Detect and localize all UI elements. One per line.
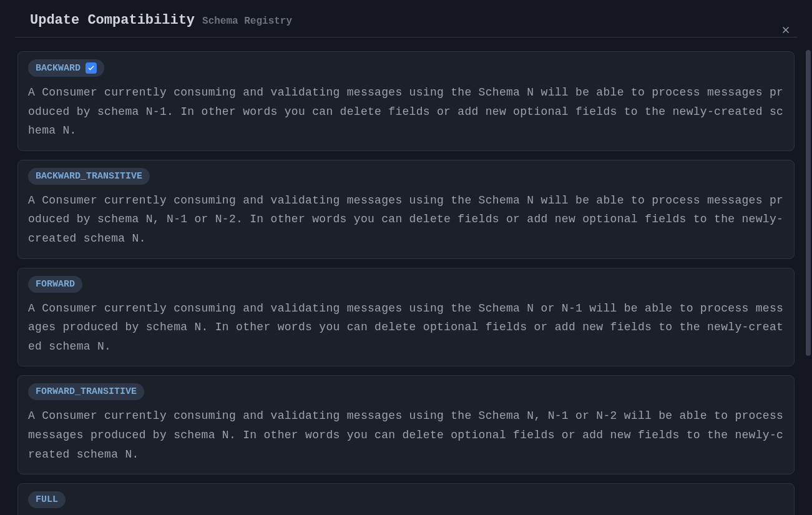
option-description: A Consumer currently consuming and valid… [28,299,784,356]
option-description: A Consumer currently consuming and valid… [28,191,784,248]
close-icon [780,24,791,36]
option-header: FULL [28,491,784,508]
option-description: A Consumer currently consuming and valid… [28,406,784,464]
modal-subtitle: Schema Registry [202,16,292,27]
option-full[interactable]: FULL FORWARD + BACKWARD Compatibility. [17,483,795,515]
option-label-badge: BACKWARD [28,59,104,77]
close-button[interactable] [778,22,793,37]
option-label-text: BACKWARD_TRANSITIVE [36,171,142,182]
option-backward-transitive[interactable]: BACKWARD_TRANSITIVE A Consumer currently… [17,160,795,259]
option-label-badge: FULL [28,491,66,508]
modal-title: Update Compatibility [30,12,195,28]
check-icon [87,64,95,72]
option-description: A Consumer currently consuming and valid… [28,83,784,140]
option-header: BACKWARD [28,59,784,77]
option-header: FORWARD_TRANSITIVE [28,383,784,400]
option-label-badge: BACKWARD_TRANSITIVE [28,168,150,185]
option-forward[interactable]: FORWARD A Consumer currently consuming a… [17,268,795,367]
modal-header: Update Compatibility Schema Registry [15,0,797,37]
option-label-badge: FORWARD [28,276,82,293]
option-header: FORWARD [28,276,784,293]
option-label-text: FORWARD_TRANSITIVE [36,386,137,397]
scrollbar[interactable] [806,50,811,356]
option-label-text: BACKWARD [36,63,81,74]
option-label-text: FORWARD [36,279,75,290]
option-backward[interactable]: BACKWARD A Consumer currently consuming … [17,51,795,151]
option-header: BACKWARD_TRANSITIVE [28,168,784,185]
option-label-text: FULL [36,494,58,505]
option-label-badge: FORWARD_TRANSITIVE [28,383,144,400]
option-forward-transitive[interactable]: FORWARD_TRANSITIVE A Consumer currently … [17,375,795,474]
selected-check-badge [86,62,97,74]
options-list: BACKWARD A Consumer currently consuming … [0,37,812,515]
